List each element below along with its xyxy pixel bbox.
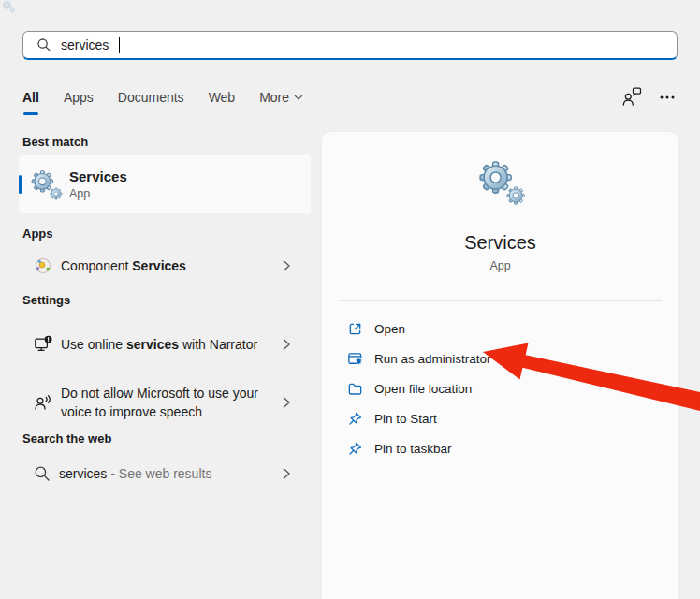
more-options-icon[interactable] bbox=[659, 95, 676, 100]
services-gears-icon bbox=[474, 158, 527, 207]
action-pin-to-taskbar[interactable]: Pin to taskbar bbox=[347, 433, 452, 463]
action-open[interactable]: Open bbox=[347, 314, 405, 343]
search-query-text: services bbox=[61, 37, 109, 52]
tab-web[interactable]: Web bbox=[209, 88, 236, 107]
chevron-right-icon bbox=[283, 260, 290, 272]
chevron-right-icon bbox=[283, 339, 290, 351]
best-match-subtitle: App bbox=[69, 186, 127, 202]
tab-documents[interactable]: Documents bbox=[118, 88, 184, 107]
header-actions bbox=[622, 86, 676, 108]
search-input[interactable]: services bbox=[22, 31, 678, 60]
section-header-best-match: Best match bbox=[22, 135, 88, 149]
detail-subtitle: App bbox=[322, 259, 678, 272]
open-icon bbox=[347, 321, 363, 337]
chevron-right-icon bbox=[283, 397, 290, 409]
action-pin-to-start[interactable]: Pin to Start bbox=[347, 403, 437, 433]
detail-title: Services bbox=[322, 232, 678, 254]
text-cursor bbox=[119, 37, 120, 53]
pin-icon bbox=[347, 411, 363, 427]
services-gears-icon bbox=[28, 168, 64, 201]
pin-icon bbox=[347, 441, 363, 457]
result-detail-panel: Services App Open Run as administrator bbox=[321, 131, 679, 599]
action-open-file-location[interactable]: Open file location bbox=[347, 373, 472, 403]
folder-icon bbox=[347, 381, 363, 397]
search-icon bbox=[36, 37, 51, 52]
chevron-right-icon bbox=[283, 468, 290, 480]
gear-icon bbox=[1, 0, 16, 13]
selection-accent-bar bbox=[19, 175, 22, 194]
tab-apps[interactable]: Apps bbox=[64, 88, 94, 107]
voice-setting-label: Do not allow Microsoft to use your voice… bbox=[61, 384, 278, 421]
result-narrator-setting[interactable]: Use online services with Narrator bbox=[19, 318, 311, 371]
section-header-search-web: Search the web bbox=[22, 431, 111, 446]
section-header-settings: Settings bbox=[22, 293, 70, 307]
chevron-down-icon bbox=[294, 95, 303, 100]
account-icon[interactable] bbox=[622, 86, 642, 108]
narrator-display-icon bbox=[34, 335, 52, 354]
result-web-search[interactable]: services - See web results bbox=[19, 455, 311, 492]
action-run-as-administrator[interactable]: Run as administrator bbox=[347, 343, 491, 373]
result-voice-setting[interactable]: Do not allow Microsoft to use your voice… bbox=[19, 376, 311, 429]
component-services-icon bbox=[34, 256, 52, 275]
search-filter-tabs: All Apps Documents Web More bbox=[22, 88, 303, 107]
divider bbox=[339, 300, 662, 301]
result-component-services[interactable]: Component Services bbox=[19, 247, 311, 285]
speech-voice-icon bbox=[34, 393, 52, 412]
search-icon bbox=[34, 465, 51, 482]
section-header-apps: Apps bbox=[22, 226, 53, 241]
result-best-match-services[interactable]: Services App bbox=[19, 155, 311, 213]
tab-more[interactable]: More bbox=[259, 88, 303, 107]
run-as-admin-shield-icon bbox=[347, 351, 363, 367]
windows-search-flyout: services All Apps Documents Web More bbox=[0, 0, 700, 599]
tab-all[interactable]: All bbox=[22, 88, 39, 107]
best-match-title: Services bbox=[69, 168, 127, 185]
